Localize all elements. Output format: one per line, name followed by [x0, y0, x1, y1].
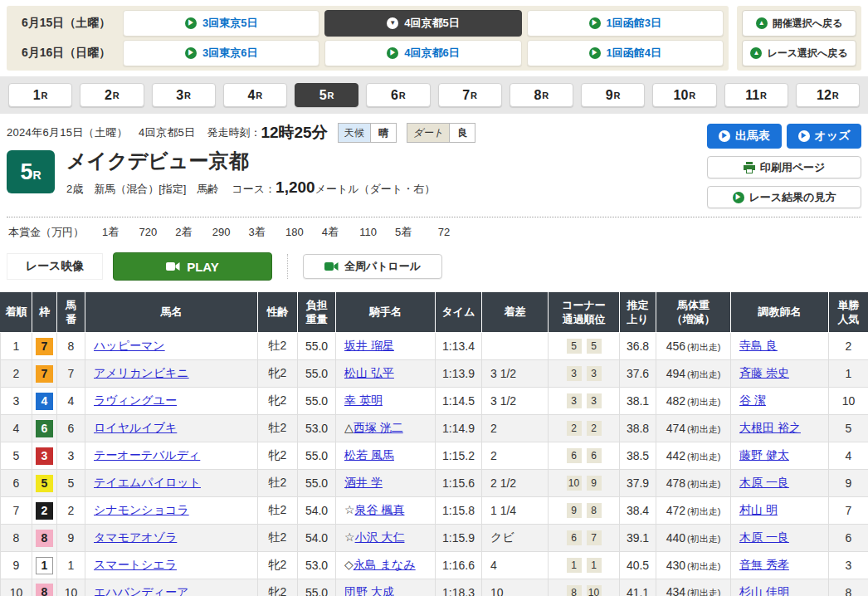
- result-guide-button[interactable]: レース結果の見方: [707, 186, 861, 208]
- trainer-link[interactable]: 村山 明: [739, 503, 778, 516]
- horse-name-link[interactable]: エハバンディーア: [94, 585, 188, 596]
- horse-name-cell: スマートシエラ: [85, 552, 258, 579]
- horse-name-link[interactable]: ハッピーマン: [94, 339, 165, 352]
- race-tab-10r[interactable]: 10R: [652, 83, 716, 107]
- horse-number: 2: [57, 497, 85, 525]
- race-tab-3r[interactable]: 3R: [152, 83, 216, 107]
- arrow-right-circle-icon: [589, 47, 601, 59]
- col-jockey: 騎手名: [336, 293, 436, 333]
- frame-badge: 6: [36, 420, 53, 437]
- meeting-button-kyoto5[interactable]: 4回京都5日: [324, 10, 521, 37]
- horse-name-link[interactable]: タマモアオゾラ: [94, 530, 177, 544]
- race-tab-4r[interactable]: 4R: [223, 83, 287, 107]
- corner-position: 2: [587, 421, 602, 436]
- meeting-button-hakodate4[interactable]: 1回函館4日: [527, 40, 724, 66]
- race-tab-7r[interactable]: 7R: [438, 83, 502, 107]
- jockey-link[interactable]: 団野 大成: [344, 585, 394, 596]
- race-tab-number: 2: [105, 88, 112, 103]
- date-label-saturday: 6月15日（土曜）: [12, 10, 118, 37]
- jockey-link[interactable]: 永島 まなみ: [354, 558, 416, 571]
- jockey-link[interactable]: 西塚 洸二: [354, 421, 403, 434]
- win-favorite: 2: [829, 333, 868, 360]
- horse-weight-value: 442: [666, 449, 685, 462]
- margin: 3 1/2: [482, 360, 549, 388]
- horse-weight-cell: 472(初出走): [656, 497, 731, 525]
- finish-position: 4: [1, 415, 32, 442]
- race-tab-9r[interactable]: 9R: [581, 83, 645, 107]
- arrow-right-circle-icon: [185, 47, 197, 59]
- trainer-link[interactable]: 木原 一良: [739, 530, 789, 544]
- horse-name-link[interactable]: ロイヤルイブキ: [94, 421, 177, 434]
- horse-name-link[interactable]: ラヴィングユー: [94, 393, 177, 407]
- horse-name-cell: タマモアオゾラ: [85, 525, 258, 552]
- entries-button[interactable]: 出馬表: [707, 124, 782, 149]
- win-favorite: 8: [829, 579, 868, 596]
- sex-age: 牝2: [258, 360, 298, 388]
- race-info-section: 2024年6月15日（土曜） 4回京都5日 発走時刻： 12時25分 天候 晴 …: [7, 120, 861, 243]
- trainer-link[interactable]: 谷 潔: [739, 393, 766, 407]
- jockey-cell: 松山 弘平: [336, 360, 436, 388]
- trainer-link[interactable]: 音無 秀孝: [739, 558, 789, 571]
- meeting-label: 1回函館4日: [607, 46, 661, 61]
- horse-weight-value: 440: [666, 531, 685, 545]
- trainer-link[interactable]: 大根田 裕之: [739, 421, 801, 434]
- carried-weight: 53.0: [298, 415, 336, 442]
- race-tab-number: 10: [674, 88, 689, 103]
- race-tab-5r[interactable]: 5R: [295, 83, 358, 107]
- race-tab-6r[interactable]: 6R: [366, 83, 430, 107]
- back-to-meeting-select-button[interactable]: 開催選択へ戻る: [742, 10, 856, 37]
- race-tab-number: 1: [33, 88, 41, 103]
- horse-weight-diff: (初出走): [687, 534, 720, 544]
- horse-number: 7: [57, 360, 85, 388]
- jockey-link[interactable]: 小沢 大仁: [355, 530, 405, 544]
- race-tab-12r[interactable]: 12R: [796, 83, 860, 107]
- play-video-button[interactable]: PLAY: [113, 252, 272, 281]
- frame-badge: 8: [36, 584, 53, 596]
- jockey-link[interactable]: 坂井 瑠星: [344, 339, 394, 352]
- jockey-link[interactable]: 幸 英明: [344, 393, 383, 407]
- odds-button[interactable]: オッズ: [787, 124, 861, 149]
- jockey-link[interactable]: 松山 弘平: [344, 366, 394, 379]
- race-tab-2r[interactable]: 2R: [80, 83, 144, 107]
- trainer-link[interactable]: 寺島 良: [739, 339, 778, 352]
- frame-badge: 4: [36, 393, 53, 410]
- horse-weight-diff: (初出走): [687, 452, 720, 462]
- jockey-link[interactable]: 松若 風馬: [344, 448, 394, 462]
- patrol-video-button[interactable]: 全周パトロール: [303, 254, 442, 279]
- print-page-button[interactable]: 印刷用ページ: [707, 156, 861, 178]
- horse-name-cell: アメリカンビキニ: [85, 360, 258, 388]
- meeting-button-hakodate3[interactable]: 1回函館3日: [527, 10, 724, 37]
- meeting-button-tokyo6[interactable]: 3回東京6日: [123, 40, 319, 66]
- horse-name-link[interactable]: アメリカンビキニ: [94, 366, 189, 379]
- jockey-link[interactable]: 泉谷 楓真: [355, 503, 405, 516]
- horse-weight-cell: 478(初出走): [656, 470, 731, 497]
- horse-name-link[interactable]: テーオーテバルディ: [94, 448, 200, 462]
- carried-weight: 55.0: [298, 388, 336, 415]
- meeting-button-kyoto6[interactable]: 4回京都6日: [324, 40, 521, 66]
- back-to-race-select-button[interactable]: レース選択へ戻る: [742, 40, 856, 66]
- printer-icon: [744, 162, 755, 173]
- sex-age: 牡2: [258, 333, 298, 360]
- horse-weight-value: 456: [666, 340, 685, 353]
- trainer-link[interactable]: 木原 一良: [739, 476, 789, 489]
- horse-number: 1: [57, 552, 85, 579]
- arrow-right-circle-icon: [589, 17, 601, 29]
- corner-position: 8: [567, 585, 582, 596]
- trainer-cell: 大根田 裕之: [731, 415, 829, 442]
- col-horse-weight: 馬体重 （増減）: [656, 293, 731, 333]
- race-tab-11r[interactable]: 11R: [724, 83, 788, 107]
- horse-name-link[interactable]: テイエムパイロット: [94, 476, 201, 489]
- meeting-button-tokyo5[interactable]: 3回東京5日: [123, 10, 319, 37]
- horse-name-link[interactable]: シナモンショコラ: [94, 503, 189, 516]
- trainer-link[interactable]: 藤野 健太: [739, 448, 789, 462]
- margin: 2: [482, 415, 549, 442]
- trainer-link[interactable]: 斉藤 崇史: [739, 366, 789, 379]
- last-3f-time: 40.5: [620, 552, 656, 579]
- trainer-link[interactable]: 杉山 佳明: [739, 585, 789, 596]
- race-tab-number: 8: [534, 88, 541, 103]
- horse-name-link[interactable]: スマートシエラ: [94, 558, 177, 571]
- jockey-link[interactable]: 酒井 学: [344, 476, 383, 489]
- race-tab-1r[interactable]: 1R: [8, 83, 72, 107]
- weather-label: 天候: [339, 124, 370, 142]
- race-tab-8r[interactable]: 8R: [510, 83, 573, 107]
